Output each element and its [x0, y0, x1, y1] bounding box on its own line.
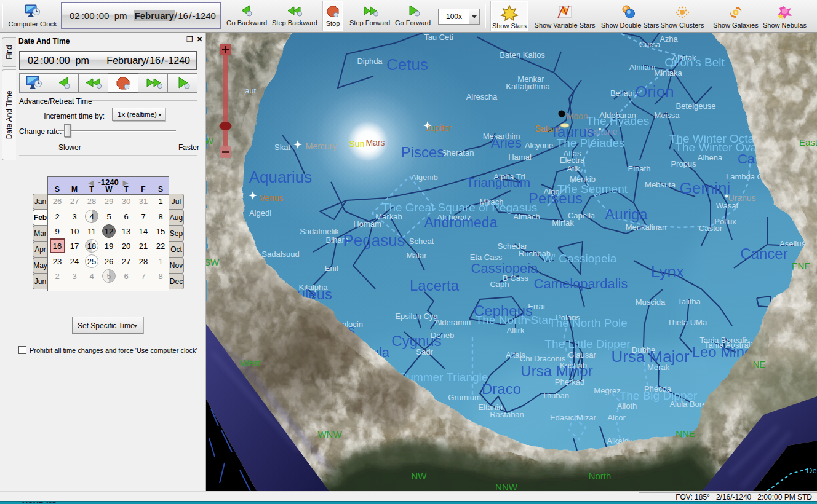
svg-text:Theta UMa: Theta UMa — [668, 318, 707, 327]
svg-text:Rastaban: Rastaban — [490, 410, 524, 419]
svg-text:Cetus: Cetus — [386, 55, 428, 74]
svg-text:Giausar: Giausar — [568, 350, 596, 360]
svg-text:Propus: Propus — [671, 159, 696, 168]
svg-text:ENE: ENE — [792, 261, 811, 271]
svg-text:'W' Cassiopeia: 'W' Cassiopeia — [540, 252, 617, 265]
svg-text:The North Pole: The North Pole — [549, 317, 628, 329]
svg-text:Mercury: Mercury — [306, 141, 337, 151]
svg-text:NNW: NNW — [495, 482, 518, 491]
svg-text:The Segment: The Segment — [557, 183, 628, 195]
svg-text:Alderamin: Alderamin — [435, 318, 471, 327]
svg-text:The Big Dipper: The Big Dipper — [620, 389, 698, 402]
svg-text:West: West — [240, 358, 261, 368]
svg-text:Alcor: Alcor — [607, 413, 626, 422]
svg-text:Caph: Caph — [490, 280, 509, 289]
svg-text:Auriga: Auriga — [605, 206, 648, 222]
svg-text:Sadalmelik: Sadalmelik — [300, 227, 339, 236]
svg-text:Mebsuta: Mebsuta — [645, 180, 676, 189]
svg-text:Cancer: Cancer — [740, 245, 787, 262]
svg-text:Azha: Azha — [660, 34, 678, 44]
svg-text:Alhena: Alhena — [698, 153, 723, 162]
svg-text:Sheratan: Sheratan — [442, 148, 474, 157]
svg-text:Cursa: Cursa — [639, 40, 661, 49]
svg-text:Chi Draconis: Chi Draconis — [520, 354, 566, 363]
svg-text:Uranus: Uranus — [728, 193, 755, 203]
svg-text:Meissa: Meissa — [654, 111, 680, 120]
svg-text:NE: NE — [753, 359, 766, 369]
svg-text:The Hyades: The Hyades — [586, 114, 649, 127]
svg-text:Mizar: Mizar — [576, 413, 596, 422]
svg-text:Alcyone: Alcyone — [525, 141, 553, 150]
svg-text:Alrescha: Alrescha — [466, 92, 498, 101]
svg-text:Lynx: Lynx — [651, 262, 684, 281]
svg-text:Pollux: Pollux — [714, 217, 736, 226]
svg-text:North: North — [589, 471, 612, 481]
svg-text:NW: NW — [412, 471, 428, 481]
svg-text:Diphda: Diphda — [357, 57, 383, 66]
svg-text:Alnilam: Alnilam — [629, 63, 656, 72]
svg-text:The Great Square of Pegasus: The Great Square of Pegasus — [382, 201, 537, 214]
svg-text:Mars: Mars — [365, 138, 385, 148]
svg-text:aut: aut — [245, 86, 256, 95]
svg-text:Enif: Enif — [325, 264, 339, 273]
svg-text:Lacerta: Lacerta — [410, 277, 460, 294]
svg-text:Pegasus: Pegasus — [343, 231, 405, 250]
svg-text:W: W — [206, 135, 214, 146]
svg-text:Denn: Denn — [807, 466, 817, 475]
svg-text:Venus: Venus — [260, 193, 284, 203]
svg-text:Pisces: Pisces — [401, 144, 445, 160]
svg-text:Electra: Electra — [560, 156, 585, 165]
svg-text:Cassiopeia: Cassiopeia — [471, 261, 539, 276]
svg-text:Talitha: Talitha — [677, 297, 701, 306]
svg-text:Betelgeuse: Betelgeuse — [676, 101, 715, 111]
svg-text:The Little Dipper: The Little Dipper — [544, 337, 631, 350]
svg-text:Atik: Atik — [567, 164, 580, 173]
svg-text:Hamal: Hamal — [508, 152, 532, 162]
svg-text:Camelopardalis: Camelopardalis — [534, 276, 628, 291]
svg-text:Aries: Aries — [491, 135, 522, 151]
svg-text:Jupiter: Jupiter — [426, 123, 452, 133]
svg-text:Scheat: Scheat — [409, 237, 434, 246]
svg-text:Moon: Moon — [566, 111, 588, 121]
svg-text:Triangulum: Triangulum — [466, 175, 530, 189]
svg-text:The Winter Oval: The Winter Oval — [675, 141, 759, 154]
svg-text:Algedi: Algedi — [249, 208, 271, 218]
svg-text:Sun: Sun — [349, 139, 365, 149]
svg-text:Elnath: Elnath — [628, 164, 651, 173]
svg-text:Andromeda: Andromeda — [424, 215, 498, 230]
svg-text:Homam: Homam — [353, 219, 381, 229]
svg-text:The Pleiades: The Pleiades — [557, 136, 625, 149]
svg-text:Cygnus: Cygnus — [391, 333, 441, 349]
svg-text:Menkalinan: Menkalinan — [626, 222, 667, 232]
svg-text:Muscida: Muscida — [636, 297, 666, 307]
svg-text:Megrez: Megrez — [594, 386, 620, 395]
svg-text:Tau Ceti: Tau Ceti — [424, 33, 453, 42]
svg-text:East: East — [799, 137, 817, 148]
svg-text:Orion: Orion — [635, 82, 674, 101]
svg-text:Mintaka: Mintaka — [654, 68, 682, 77]
svg-text:Epsilon Cyg: Epsilon Cyg — [395, 312, 437, 321]
svg-text:Ursa Minor: Ursa Minor — [520, 363, 592, 379]
svg-text:Gemini: Gemini — [680, 179, 730, 197]
svg-text:Orion's Belt: Orion's Belt — [664, 56, 725, 69]
svg-text:Baten Kaitos: Baten Kaitos — [500, 50, 545, 60]
svg-text:The North Star: The North Star — [476, 313, 552, 326]
svg-text:Thuban: Thuban — [542, 391, 569, 400]
svg-text:NNE: NNE — [676, 428, 695, 439]
svg-text:Grumium: Grumium — [448, 393, 480, 402]
svg-text:Matar: Matar — [406, 251, 427, 260]
svg-text:Mirfak: Mirfak — [552, 218, 574, 227]
svg-text:Skat: Skat — [274, 143, 290, 152]
svg-text:Alfirk: Alfirk — [507, 326, 525, 335]
svg-text:Edasich: Edasich — [550, 413, 578, 422]
svg-text:Algenib: Algenib — [411, 173, 437, 182]
svg-text:WNW: WNW — [317, 429, 342, 439]
svg-text:Kaffaljidhma: Kaffaljidhma — [506, 82, 550, 91]
svg-text:Sadalsuud: Sadalsuud — [261, 250, 299, 259]
svg-text:Alioth: Alioth — [617, 401, 637, 411]
svg-text:Aquarius: Aquarius — [249, 168, 313, 186]
svg-text:SW: SW — [206, 257, 220, 267]
